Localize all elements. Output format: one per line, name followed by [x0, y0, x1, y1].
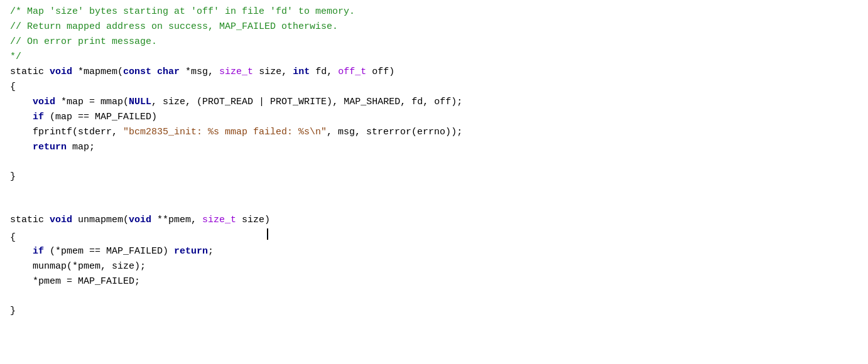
text-cursor — [267, 228, 268, 240]
code-token: return — [33, 141, 67, 155]
code-token: { — [10, 80, 16, 95]
code-line: return map; — [0, 141, 868, 156]
code-token: **pmem, — [151, 213, 202, 228]
code-token: (*pmem == MAP_FAILED) — [44, 245, 174, 259]
code-token — [10, 110, 33, 125]
code-token: size, — [253, 65, 293, 80]
code-line — [0, 156, 868, 170]
code-token: , msg, strerror(errno)); — [327, 126, 462, 140]
code-token: { — [10, 231, 16, 245]
code-token: size_t — [202, 213, 236, 228]
code-token: munmap(*pmem, size); — [10, 260, 146, 274]
code-token: } — [10, 170, 16, 185]
code-token: void — [33, 95, 55, 110]
code-token: void — [129, 213, 151, 228]
code-editor[interactable]: /* Map 'size' bytes starting at 'off' in… — [0, 0, 868, 364]
code-token: */ — [10, 50, 21, 65]
code-token: int — [293, 65, 310, 80]
code-token: // On error print message. — [10, 35, 157, 50]
code-token: size) — [236, 213, 270, 228]
code-token: fprintf(stderr, — [10, 126, 123, 140]
code-token: void — [50, 213, 72, 228]
code-token: /* Map 'size' bytes starting at 'off' in… — [10, 5, 355, 19]
code-line: // Return mapped address on success, MAP… — [0, 20, 868, 35]
code-token: *map = mmap( — [55, 95, 129, 110]
code-line: fprintf(stderr, "bcm2835_init: %s mmap f… — [0, 126, 868, 141]
code-token: "bcm2835_init: %s mmap failed: %s\n" — [123, 126, 327, 140]
code-line: void *map = mmap(NULL, size, (PROT_READ … — [0, 95, 868, 110]
code-token: static — [10, 213, 50, 228]
code-line: static void unmapmem(void **pmem, size_t… — [0, 213, 868, 228]
code-token: const — [123, 65, 151, 80]
code-line: if (map == MAP_FAILED) — [0, 110, 868, 126]
code-token: ; — [208, 245, 214, 259]
code-line: } — [0, 170, 868, 185]
code-line: } — [0, 304, 868, 319]
code-token: *msg, — [180, 65, 219, 80]
code-token: } — [10, 304, 16, 319]
code-token — [10, 245, 33, 259]
code-token: if — [33, 110, 44, 125]
code-line: munmap(*pmem, size); — [0, 260, 868, 275]
code-line: { — [0, 80, 868, 95]
code-line: if (*pmem == MAP_FAILED) return; — [0, 245, 868, 260]
code-token: unmapmem( — [72, 213, 129, 228]
code-line: // On error print message. — [0, 35, 868, 50]
code-token — [151, 65, 157, 80]
code-token: fd, — [310, 65, 338, 80]
code-line — [0, 199, 868, 213]
code-token: char — [157, 65, 180, 80]
code-token: off_t — [338, 65, 366, 80]
code-token: NULL — [129, 95, 151, 110]
code-line: { — [0, 228, 868, 245]
code-line: /* Map 'size' bytes starting at 'off' in… — [0, 5, 868, 20]
code-token: off) — [366, 65, 394, 80]
code-token — [10, 141, 33, 155]
code-token: return — [174, 245, 208, 259]
code-line: */ — [0, 50, 868, 65]
code-line — [0, 290, 868, 304]
code-token: // Return mapped address on success, MAP… — [10, 20, 338, 35]
code-token: size_t — [219, 65, 253, 80]
code-line — [0, 185, 868, 200]
code-token: static — [10, 65, 50, 80]
code-token — [10, 95, 33, 110]
code-line: static void *mapmem(const char *msg, siz… — [0, 65, 868, 80]
code-token: *mapmem( — [72, 65, 123, 80]
code-line: *pmem = MAP_FAILED; — [0, 275, 868, 290]
code-token: , size, (PROT_READ | PROT_WRITE), MAP_SH… — [151, 95, 462, 110]
code-token: map; — [67, 141, 95, 155]
code-token: void — [50, 65, 72, 80]
code-token: (map == MAP_FAILED) — [44, 110, 157, 125]
code-token: if — [33, 245, 44, 259]
code-token: *pmem = MAP_FAILED; — [10, 275, 140, 289]
